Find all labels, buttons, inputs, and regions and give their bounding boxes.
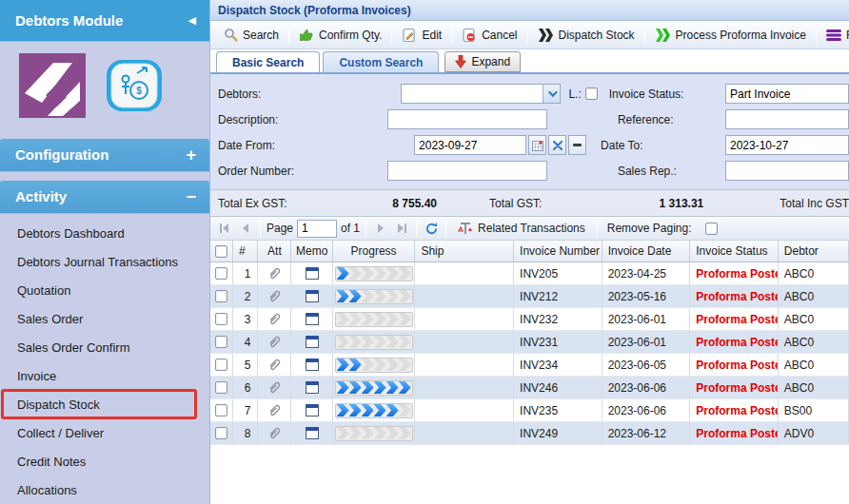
calendar-button[interactable] — [528, 135, 546, 155]
last-page-icon[interactable] — [393, 220, 410, 237]
attachment-cell[interactable] — [258, 331, 291, 353]
tab-custom-search[interactable]: Custom Search — [323, 51, 439, 72]
sidebar-item-credit-notes[interactable]: Credit Notes — [0, 447, 209, 475]
table-row[interactable]: 6 INV246 2023-06-06 Proforma Posted ABC0 — [210, 377, 849, 399]
related-transactions-button[interactable]: Related Transactions — [452, 222, 591, 235]
invoice-status-cell: Proforma Posted — [690, 422, 779, 444]
refresh-icon[interactable] — [423, 220, 440, 237]
sidebar-item-dispatch-stock[interactable]: Dispatch Stock — [2, 390, 196, 418]
description-input[interactable] — [387, 109, 547, 129]
minus-icon[interactable]: − — [186, 188, 196, 205]
attachment-cell[interactable] — [258, 399, 291, 421]
debtors-input[interactable] — [401, 84, 561, 104]
sidebar-item-invoice[interactable]: Invoice — [0, 361, 209, 390]
edit-button[interactable]: Edit — [394, 24, 449, 47]
attachment-cell[interactable] — [258, 262, 291, 284]
tab-basic-search[interactable]: Basic Search — [216, 51, 320, 72]
order-number-input[interactable] — [387, 161, 547, 181]
attachment-cell[interactable] — [258, 377, 291, 398]
memo-cell[interactable] — [291, 262, 332, 284]
row-checkbox[interactable] — [215, 313, 227, 325]
process-proforma-invoice-button[interactable]: Process Proforma Invoice — [647, 24, 814, 47]
memo-cell[interactable] — [291, 377, 332, 398]
previous-page-icon[interactable] — [237, 220, 254, 237]
l-checkbox[interactable] — [585, 87, 598, 100]
table-row[interactable]: 1 INV205 2023-04-25 Proforma Posted ABC0 — [210, 262, 849, 285]
progress-cell — [333, 331, 416, 353]
dispatch-stock-button[interactable]: Dispatch Stock — [530, 24, 642, 47]
column-header[interactable]: Att — [258, 241, 291, 262]
sidebar-item-collect-deliver[interactable]: Collect / Deliver — [0, 418, 209, 447]
invoice-number-cell: INV234 — [514, 354, 602, 376]
column-header[interactable]: Invoice Date — [602, 241, 691, 262]
confirm-qty-button[interactable]: Confirm Qty. — [291, 24, 389, 47]
invoice-status-input[interactable] — [725, 84, 849, 104]
table-row[interactable]: 5 INV234 2023-06-05 Proforma Posted ABC0 — [210, 354, 849, 377]
cancel-document-icon — [462, 28, 477, 43]
memo-cell[interactable] — [291, 285, 332, 307]
sidebar-item-allocations[interactable]: Allocations — [0, 475, 209, 504]
sidebar-collapse-icon[interactable]: ◀ — [188, 14, 196, 27]
clear-date-button[interactable] — [548, 135, 566, 155]
memo-cell[interactable] — [291, 354, 332, 376]
row-checkbox[interactable] — [215, 267, 227, 280]
sidebar-item-sales-order[interactable]: Sales Order — [0, 304, 209, 333]
debtor-cell: ABC0 — [779, 285, 849, 307]
column-header[interactable]: Invoice Number — [514, 241, 602, 262]
expand-button[interactable]: Expand — [444, 51, 521, 72]
row-checkbox[interactable] — [215, 404, 227, 417]
row-checkbox[interactable] — [215, 381, 227, 394]
attachment-cell[interactable] — [258, 354, 291, 376]
column-header[interactable]: Memo — [291, 241, 332, 262]
select-all-checkbox[interactable] — [215, 245, 227, 258]
attachment-cell[interactable] — [258, 308, 291, 330]
attachment-cell[interactable] — [258, 285, 291, 307]
memo-cell[interactable] — [291, 422, 332, 444]
remove-paging-checkbox[interactable] — [705, 223, 718, 235]
dropdown-button[interactable] — [543, 85, 560, 103]
plus-icon[interactable]: + — [186, 146, 196, 164]
invoice-date-cell: 2023-05-16 — [602, 285, 691, 307]
column-header[interactable]: Invoice Status — [690, 241, 779, 262]
column-header[interactable]: Progress — [333, 241, 416, 262]
column-header[interactable]: Ship — [415, 241, 514, 262]
debtors-dropdown[interactable] — [401, 84, 561, 104]
sidebar-item-debtors-journal-transactions[interactable]: Debtors Journal Transactions — [0, 247, 209, 276]
page-input[interactable] — [297, 220, 337, 238]
functions-menu-button[interactable]: Functions — [819, 24, 849, 47]
row-checkbox[interactable] — [215, 290, 227, 302]
progress-chevron-filled — [374, 381, 386, 394]
table-row[interactable]: 2 INV212 2023-05-16 Proforma Posted ABC0 — [210, 285, 849, 308]
memo-icon — [306, 381, 319, 394]
sidebar-section-configuration[interactable]: Configuration + — [0, 139, 209, 172]
column-header[interactable]: Debtor — [779, 241, 849, 262]
attachment-cell[interactable] — [258, 422, 291, 444]
row-checkbox[interactable] — [215, 427, 227, 439]
table-row[interactable]: 8 INV249 2023-06-12 Proforma Posted ADV0 — [210, 422, 849, 445]
table-row[interactable]: 4 INV231 2023-06-01 Proforma Posted ABC0 — [210, 331, 849, 354]
reference-input[interactable] — [725, 109, 849, 129]
memo-cell[interactable] — [291, 399, 332, 421]
sidebar-item-quotation[interactable]: Quotation — [0, 276, 209, 304]
first-page-icon[interactable] — [216, 220, 233, 237]
memo-cell[interactable] — [291, 308, 332, 330]
cancel-button[interactable]: Cancel — [454, 24, 524, 47]
column-header[interactable]: # — [233, 241, 258, 262]
date-from-input[interactable] — [414, 135, 526, 155]
next-page-icon[interactable] — [372, 220, 389, 237]
table-row[interactable]: 7 INV235 2023-06-06 Proforma Posted BS00 — [210, 399, 849, 422]
sidebar-item-debtors-dashboard[interactable]: Debtors Dashboard — [0, 219, 209, 247]
table-row[interactable]: 3 INV232 2023-06-01 Proforma Posted ABC0 — [210, 308, 849, 331]
progress-chevron-empty — [337, 336, 349, 348]
row-checkbox[interactable] — [215, 359, 227, 371]
invoice-date-cell: 2023-06-12 — [602, 422, 691, 444]
sidebar-section-activity[interactable]: Activity − — [0, 181, 209, 214]
memo-cell[interactable] — [291, 331, 332, 353]
debtors-module-icon[interactable]: $ — [105, 58, 164, 113]
search-button[interactable]: Search — [216, 24, 286, 47]
collapse-date-button[interactable] — [568, 135, 586, 155]
date-to-input[interactable] — [725, 135, 849, 155]
row-checkbox[interactable] — [215, 336, 227, 348]
sales-rep-input[interactable] — [725, 161, 849, 181]
sidebar-item-sales-order-confirm[interactable]: Sales Order Confirm — [0, 333, 209, 361]
